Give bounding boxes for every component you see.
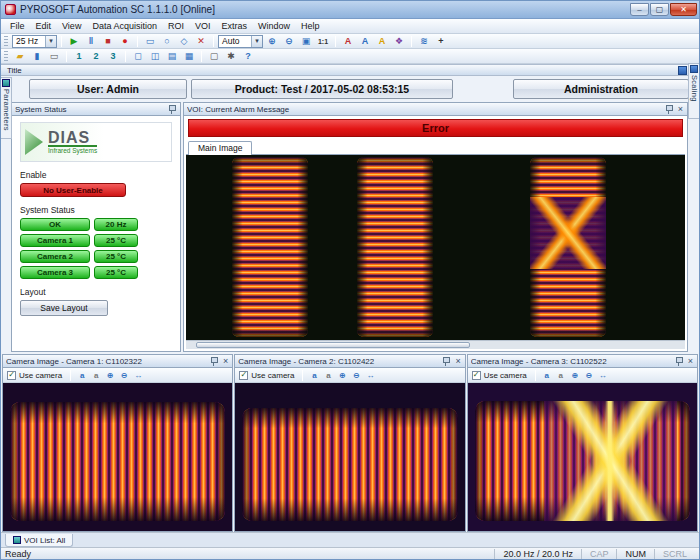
zoom-out-icon[interactable]: ⊖: [281, 35, 297, 48]
zoom-in-icon[interactable]: ⊕: [264, 35, 280, 48]
camera-3-icon[interactable]: 3: [105, 50, 121, 63]
pin-icon[interactable]: [664, 104, 674, 115]
close-icon[interactable]: ×: [454, 357, 461, 366]
roi-polygon-icon[interactable]: ◇: [176, 35, 192, 48]
print-icon[interactable]: ▭: [46, 50, 62, 63]
layout-single-icon[interactable]: ◻: [130, 50, 146, 63]
zoom-in-icon[interactable]: ⊕: [336, 369, 348, 381]
open-icon[interactable]: ▰: [12, 50, 28, 63]
layout-grid-icon[interactable]: ▦: [181, 50, 197, 63]
user-button[interactable]: User: Admin: [29, 79, 187, 99]
font-color-yellow-icon[interactable]: A: [374, 35, 390, 48]
crosshair-icon[interactable]: +: [433, 35, 449, 48]
camera-3-thermal-image[interactable]: [468, 383, 697, 531]
stop-acquisition-icon[interactable]: ■: [100, 35, 116, 48]
fullscreen-icon[interactable]: ▢: [206, 50, 222, 63]
auto-scale-icon[interactable]: a: [76, 369, 88, 381]
tab-main-image[interactable]: Main Image: [188, 141, 252, 155]
pan-icon[interactable]: ↔: [364, 369, 376, 381]
image-scrollbar[interactable]: [186, 340, 685, 349]
menu-extras[interactable]: Extras: [216, 20, 252, 32]
zoom-out-icon[interactable]: ⊖: [118, 369, 130, 381]
layout-rows-icon[interactable]: ▤: [164, 50, 180, 63]
voi-list-icon: [13, 536, 21, 544]
pin-icon[interactable]: [209, 356, 219, 367]
titlebar[interactable]: PYROSOFT Automation SC 1.1.1.0 [Online] …: [1, 1, 699, 19]
scrollbar-thumb[interactable]: [196, 342, 470, 348]
record-icon[interactable]: ●: [117, 35, 133, 48]
camera-2-thermal-image[interactable]: [235, 383, 464, 531]
close-icon[interactable]: ×: [687, 357, 694, 366]
menu-view[interactable]: View: [57, 20, 86, 32]
layout-label: Layout: [20, 287, 172, 297]
zoom-in-icon[interactable]: ⊕: [104, 369, 116, 381]
pan-icon[interactable]: ↔: [597, 369, 609, 381]
app-window: PYROSOFT Automation SC 1.1.1.0 [Online] …: [0, 0, 700, 560]
font-color-red-icon[interactable]: A: [340, 35, 356, 48]
zoom-100-icon[interactable]: 1:1: [315, 35, 331, 48]
menu-roi[interactable]: ROI: [163, 20, 189, 32]
scaling-tab[interactable]: Scaling: [688, 63, 699, 119]
administration-button[interactable]: Administration: [513, 79, 689, 99]
settings-icon[interactable]: ✱: [223, 50, 239, 63]
title-panel-button[interactable]: [678, 66, 687, 75]
camera-1-icon[interactable]: 1: [71, 50, 87, 63]
save-icon[interactable]: ▮: [29, 50, 45, 63]
palette-icon[interactable]: ❖: [391, 35, 407, 48]
isotherm-icon[interactable]: ≋: [416, 35, 432, 48]
pin-icon[interactable]: [441, 356, 451, 367]
pin-icon[interactable]: [674, 356, 684, 367]
toolbar-grip[interactable]: [4, 36, 8, 47]
menu-help[interactable]: Help: [296, 20, 325, 32]
auto-scale-icon[interactable]: a: [541, 369, 553, 381]
menu-edit[interactable]: Edit: [31, 20, 57, 32]
fixed-scale-icon[interactable]: a: [90, 369, 102, 381]
main-thermal-image[interactable]: [186, 155, 685, 349]
minimize-button[interactable]: –: [630, 3, 649, 16]
fixed-scale-icon[interactable]: a: [555, 369, 567, 381]
pan-icon[interactable]: ↔: [132, 369, 144, 381]
voi-list-tab[interactable]: VOI List: All: [5, 534, 73, 547]
close-button[interactable]: ✕: [670, 3, 697, 16]
menu-window[interactable]: Window: [253, 20, 295, 32]
zoom-out-icon[interactable]: ⊖: [583, 369, 595, 381]
menu-voi[interactable]: VOI: [190, 20, 216, 32]
help-icon[interactable]: ?: [240, 50, 256, 63]
close-icon[interactable]: ×: [677, 105, 684, 114]
close-icon[interactable]: ×: [222, 357, 229, 366]
fixed-scale-icon[interactable]: a: [322, 369, 334, 381]
alarm-panel-body: Error Main Image: [184, 116, 687, 351]
camera-1-thermal-image[interactable]: [3, 383, 232, 531]
start-acquisition-icon[interactable]: ▶: [66, 35, 82, 48]
toolbar-separator: [201, 51, 202, 62]
maximize-button[interactable]: ▢: [650, 3, 669, 16]
panel-title: System Status: [15, 105, 164, 114]
product-button[interactable]: Product: Test / 2017-05-02 08:53:15: [191, 79, 453, 99]
pause-acquisition-icon[interactable]: ‖: [83, 35, 99, 48]
use-camera-checkbox[interactable]: ✓: [472, 371, 481, 380]
menu-data-acquisition[interactable]: Data Acquisition: [87, 20, 162, 32]
parameters-tab[interactable]: Parameters: [1, 77, 12, 139]
auto-scale-icon[interactable]: a: [308, 369, 320, 381]
zoom-out-icon[interactable]: ⊖: [350, 369, 362, 381]
user-enable-button[interactable]: No User-Enable: [20, 183, 126, 197]
zoom-mode-combo[interactable]: Auto ▾: [218, 35, 263, 48]
zoom-fit-icon[interactable]: ▣: [298, 35, 314, 48]
camera-2-icon[interactable]: 2: [88, 50, 104, 63]
save-layout-button[interactable]: Save Layout: [20, 300, 108, 316]
status-ready: Ready: [5, 549, 31, 559]
status-grid: OK 20 Hz Camera 1 25 °C Camera 2 25 °C C…: [20, 218, 172, 279]
pin-icon[interactable]: [167, 104, 177, 115]
frequency-combo[interactable]: 25 Hz ▾: [12, 35, 57, 48]
roi-delete-icon[interactable]: ✕: [193, 35, 209, 48]
font-color-blue-icon[interactable]: A: [357, 35, 373, 48]
use-camera-checkbox[interactable]: ✓: [7, 371, 16, 380]
menu-file[interactable]: File: [5, 20, 30, 32]
use-camera-checkbox[interactable]: ✓: [239, 371, 248, 380]
status-ok-badge: OK: [20, 218, 90, 231]
roi-rectangle-icon[interactable]: ▭: [142, 35, 158, 48]
toolbar-grip[interactable]: [4, 51, 8, 62]
roi-ellipse-icon[interactable]: ○: [159, 35, 175, 48]
zoom-in-icon[interactable]: ⊕: [569, 369, 581, 381]
layout-split-icon[interactable]: ◫: [147, 50, 163, 63]
